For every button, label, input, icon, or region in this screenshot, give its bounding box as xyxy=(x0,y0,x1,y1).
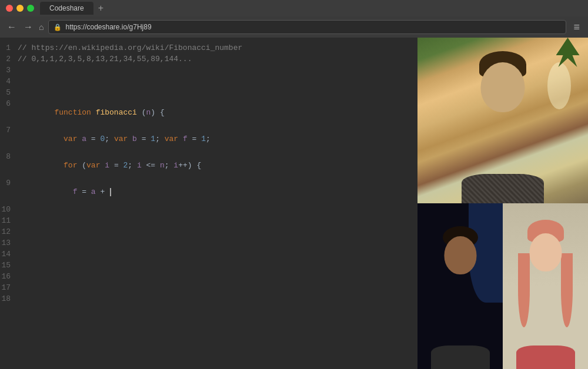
line-5: 5 xyxy=(0,88,417,99)
line-4: 4 xyxy=(0,77,417,88)
line-3: 3 xyxy=(0,66,417,77)
traffic-lights xyxy=(6,5,34,12)
line-number: 12 xyxy=(0,227,18,236)
line-content: var a = 0; var b = 1; var f = 1; xyxy=(18,126,211,152)
line-number: 3 xyxy=(0,66,18,75)
titlebar: Codeshare + xyxy=(0,0,588,16)
lock-icon: 🔒 xyxy=(54,24,62,31)
line-content: for (var i = 2; i <= n; i++) { xyxy=(18,152,201,179)
line-number: 16 xyxy=(0,272,18,281)
content-area: 1 // https://en.wikipedia.org/wiki/Fibon… xyxy=(0,38,588,369)
line-number: 8 xyxy=(0,152,18,161)
code-editor[interactable]: 1 // https://en.wikipedia.org/wiki/Fibon… xyxy=(0,38,417,369)
line-17: 17 xyxy=(0,283,417,294)
video-feed-2 xyxy=(417,203,503,369)
line-number: 2 xyxy=(0,55,18,63)
line-number: 10 xyxy=(0,205,18,214)
maximize-button[interactable] xyxy=(27,5,34,12)
line-18: 18 xyxy=(0,294,417,306)
person3-head xyxy=(529,233,562,271)
line-2: 2 // 0,1,1,2,3,5,8,13,21,34,55,89,144... xyxy=(0,55,417,66)
line-number: 7 xyxy=(0,126,18,135)
url-text: https://codeshare.io/g7Hj89 xyxy=(65,23,151,31)
video-feed-3 xyxy=(503,203,588,369)
back-button[interactable]: ← xyxy=(6,22,18,32)
tab-bar: Codeshare + xyxy=(40,2,108,15)
line-number: 17 xyxy=(0,283,18,292)
line-16: 16 xyxy=(0,272,417,283)
line-number: 9 xyxy=(0,179,18,187)
line-content: f = a + xyxy=(18,179,111,205)
line-content: function fibonacci (n) { xyxy=(18,99,165,126)
video-participant-3 xyxy=(503,203,588,369)
line-12: 12 xyxy=(0,227,417,239)
line-11: 11 xyxy=(0,216,417,227)
line-15: 15 xyxy=(0,261,417,272)
line-number: 1 xyxy=(0,43,18,52)
line-8: 8 for (var i = 2; i <= n; i++) { xyxy=(0,152,417,179)
line-number: 5 xyxy=(0,88,18,97)
minimize-button[interactable] xyxy=(16,5,24,12)
line-content: // 0,1,1,2,3,5,8,13,21,34,55,89,144... xyxy=(18,55,192,63)
person2-head xyxy=(444,236,476,274)
url-bar[interactable]: 🔒 https://codeshare.io/g7Hj89 xyxy=(48,20,566,34)
forward-button[interactable]: → xyxy=(22,22,34,32)
active-tab[interactable]: Codeshare xyxy=(40,2,93,15)
tab-label: Codeshare xyxy=(49,4,84,12)
close-button[interactable] xyxy=(6,5,13,12)
person1-shirt xyxy=(462,174,544,203)
line-9: 9 f = a + xyxy=(0,179,417,205)
line-13: 13 xyxy=(0,239,417,250)
person3-shoulder xyxy=(516,345,575,369)
video-participant-1 xyxy=(417,38,588,203)
line-number: 6 xyxy=(0,99,18,108)
line-10: 10 xyxy=(0,205,417,216)
line-content: // https://en.wikipedia.org/wiki/Fibonac… xyxy=(18,43,242,52)
line-14: 14 xyxy=(0,250,417,261)
line-number: 4 xyxy=(0,77,18,86)
light-effect xyxy=(547,62,571,109)
home-button[interactable]: ⌂ xyxy=(39,22,44,32)
new-tab-button[interactable]: + xyxy=(93,3,108,14)
line-6: 6 function fibonacci (n) { xyxy=(0,99,417,126)
video-feed-1 xyxy=(417,38,588,203)
video-participant-2 xyxy=(417,203,503,369)
person3-hair-left xyxy=(518,253,530,328)
line-number: 11 xyxy=(0,216,18,225)
person1-head xyxy=(481,62,525,112)
line-7: 7 var a = 0; var b = 1; var f = 1; xyxy=(0,126,417,152)
line-1: 1 // https://en.wikipedia.org/wiki/Fibon… xyxy=(0,43,417,55)
line-number: 14 xyxy=(0,250,18,259)
line-number: 18 xyxy=(0,294,18,303)
line-number: 13 xyxy=(0,239,18,247)
menu-button[interactable]: ≡ xyxy=(571,21,582,33)
person2-shoulder xyxy=(431,345,490,369)
addressbar: ← → ⌂ 🔒 https://codeshare.io/g7Hj89 ≡ xyxy=(0,16,588,38)
person3-hair-right xyxy=(561,253,573,328)
video-panel xyxy=(417,38,588,369)
line-number: 15 xyxy=(0,261,18,270)
video-bottom-row xyxy=(417,203,588,369)
